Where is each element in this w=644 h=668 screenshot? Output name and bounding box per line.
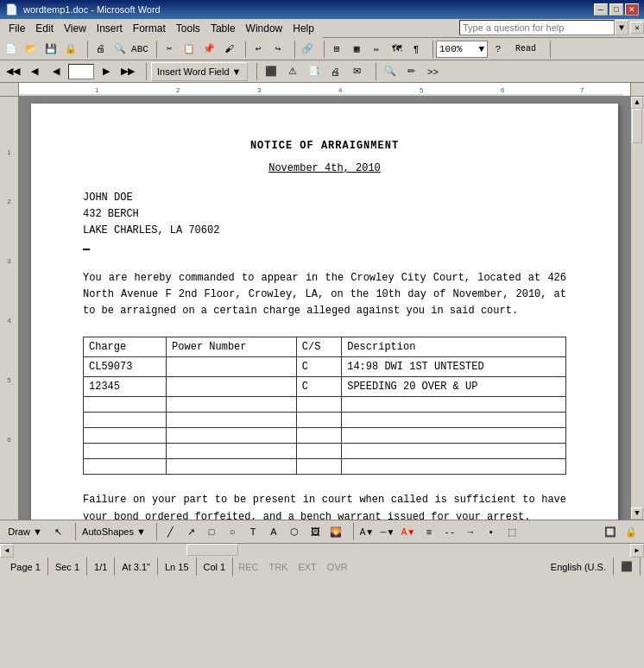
mm-merge-email[interactable]: ✉: [348, 62, 367, 81]
paste-button[interactable]: 📌: [199, 40, 218, 59]
drawing-canvas-button[interactable]: 🔲: [601, 522, 620, 541]
svg-text:2: 2: [176, 86, 180, 94]
mm-btn3[interactable]: ◀: [47, 62, 66, 81]
menu-table[interactable]: Table: [205, 21, 241, 36]
scroll-right-button[interactable]: ▶: [630, 544, 644, 558]
minimize-button[interactable]: ─: [594, 3, 608, 16]
mm-highlight[interactable]: ⬛: [262, 62, 281, 81]
table-cell: [342, 397, 566, 413]
menu-view[interactable]: View: [59, 21, 92, 36]
close-button[interactable]: ✕: [625, 3, 639, 16]
mail-merge-toolbar: ◀◀ ◀ ◀ ▶ ▶▶ Insert Word Field ▼ ⬛ ⚠ 📑 🖨 …: [0, 60, 644, 83]
read-button[interactable]: Read: [508, 40, 543, 59]
draw-button[interactable]: ✏: [367, 40, 386, 59]
wordart-tool[interactable]: A: [264, 522, 283, 541]
mm-edit-data[interactable]: ✏: [402, 62, 421, 81]
menu-insert[interactable]: Insert: [92, 21, 128, 36]
menu-help[interactable]: Help: [287, 21, 319, 36]
3d-button[interactable]: ⬚: [502, 522, 521, 541]
mm-record-number[interactable]: [68, 64, 94, 79]
menu-window[interactable]: Window: [241, 21, 288, 36]
autoshapes-button[interactable]: AutoShapes ▼: [79, 522, 148, 541]
hyperlink-button[interactable]: 🔗: [298, 40, 317, 59]
mm-btn4[interactable]: ▶: [97, 62, 116, 81]
clipart-tool[interactable]: 🖼: [306, 522, 325, 541]
mm-more[interactable]: >>: [424, 62, 443, 81]
shadow-button[interactable]: ▪: [482, 522, 501, 541]
table-button[interactable]: ⊞: [327, 40, 346, 59]
ruler-body[interactable]: 1 2 3 4 5 6 7: [19, 83, 630, 96]
menu-edit[interactable]: Edit: [30, 21, 59, 36]
mm-btn1[interactable]: ◀◀: [3, 62, 22, 81]
mm-merge-errors[interactable]: ⚠: [283, 62, 302, 81]
menu-file[interactable]: File: [3, 21, 30, 36]
print-button[interactable]: 🖨: [91, 40, 110, 59]
textbox-tool[interactable]: T: [243, 522, 262, 541]
status-ext: EXT: [293, 558, 321, 576]
save-button[interactable]: 💾: [41, 40, 60, 59]
rect-tool[interactable]: □: [202, 522, 221, 541]
draw-menu-button[interactable]: Draw ▼: [3, 522, 47, 541]
select-objects-button[interactable]: ↖: [48, 522, 67, 541]
format-paint-button[interactable]: 🖌: [219, 40, 238, 59]
line-style-button[interactable]: ≡: [420, 522, 439, 541]
line-color-button[interactable]: ─▼: [378, 522, 397, 541]
left-margin: 1 2 3 4 5 6: [0, 97, 19, 520]
copy-button[interactable]: 📋: [180, 40, 199, 59]
line-tool[interactable]: ╱: [161, 522, 180, 541]
ask-help-dropdown[interactable]: ▼: [615, 20, 628, 35]
doc-scroll[interactable]: NOTICE OF ARRAIGNMENT November 4th, 2010…: [19, 97, 630, 520]
docmap-button[interactable]: 🗺: [387, 40, 406, 59]
scroll-up-button[interactable]: ▲: [631, 97, 643, 109]
new-button[interactable]: 📄: [2, 40, 21, 59]
vertical-scrollbar[interactable]: ▲ ▼: [630, 97, 644, 520]
mm-btn5[interactable]: ▶▶: [118, 62, 137, 81]
redo-button[interactable]: ↪: [268, 40, 287, 59]
status-ovr: OVR: [322, 558, 353, 576]
open-button[interactable]: 📂: [22, 40, 41, 59]
arrow-style-button[interactable]: →: [461, 522, 480, 541]
table-cell: 12345: [84, 377, 167, 397]
picture-tool[interactable]: 🌄: [326, 522, 345, 541]
scroll-thumb-v[interactable]: [632, 109, 642, 143]
permission-button[interactable]: 🔒: [61, 40, 80, 59]
close-help-button[interactable]: ✕: [630, 22, 644, 34]
diagram-tool[interactable]: ⬡: [285, 522, 304, 541]
doc-body-2[interactable]: Failure on your part to be present in co…: [83, 492, 566, 520]
zoom-dropdown[interactable]: 100% ▼: [436, 41, 488, 58]
arrow-tool[interactable]: ↗: [181, 522, 200, 541]
columns-button[interactable]: ▦: [347, 40, 366, 59]
mm-merge-doc[interactable]: 📑: [305, 62, 324, 81]
menu-format[interactable]: Format: [128, 21, 171, 36]
scroll-down-button[interactable]: ▼: [631, 507, 643, 520]
separator-3: [241, 41, 246, 58]
horizontal-scrollbar[interactable]: ◀ ▶: [0, 543, 644, 557]
scroll-track-v[interactable]: [631, 109, 644, 507]
help-button[interactable]: ?: [489, 40, 508, 59]
mm-find[interactable]: 🔍: [381, 62, 400, 81]
mm-btn2[interactable]: ◀: [25, 62, 44, 81]
doc-body-1[interactable]: You are hereby commanded to appear in th…: [83, 270, 566, 320]
font-color-button[interactable]: A▼: [399, 522, 418, 541]
document-area: 1 2 3 4 5 6 NOTICE OF ARRAIGNMENT Novemb…: [0, 97, 644, 520]
mm-merge-printer[interactable]: 🖨: [326, 62, 345, 81]
scroll-left-button[interactable]: ◀: [0, 544, 14, 558]
dash-style-button[interactable]: - -: [440, 522, 459, 541]
table-cell: [296, 444, 341, 459]
table-cell: [296, 397, 341, 413]
scroll-thumb-h[interactable]: [186, 544, 238, 556]
menu-tools[interactable]: Tools: [171, 21, 205, 36]
scroll-track-h[interactable]: [14, 544, 630, 558]
spell-button[interactable]: ABC: [130, 40, 149, 59]
show-format-button[interactable]: ¶: [407, 40, 426, 59]
lock-button[interactable]: 🔒: [622, 522, 641, 541]
preview-button[interactable]: 🔍: [110, 40, 129, 59]
undo-button[interactable]: ↩: [249, 40, 268, 59]
oval-tool[interactable]: ○: [223, 522, 242, 541]
insert-word-field-button[interactable]: Insert Word Field ▼: [151, 62, 248, 81]
ask-help-input[interactable]: [459, 20, 615, 35]
maximize-button[interactable]: □: [609, 3, 623, 16]
cut-button[interactable]: ✂: [160, 40, 179, 59]
table-cell: [167, 444, 297, 459]
fill-color-button[interactable]: A▼: [357, 522, 376, 541]
